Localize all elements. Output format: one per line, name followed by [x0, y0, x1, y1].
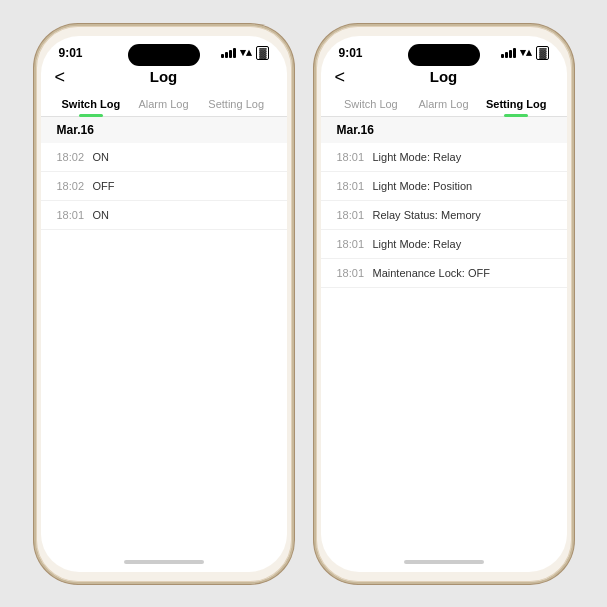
home-indicator-2	[321, 552, 567, 572]
log-entry-1-0: 18:02 ON	[41, 143, 287, 172]
dynamic-island-2	[408, 44, 480, 66]
signal-icon-2	[501, 48, 516, 58]
tab-alarm-1[interactable]: Alarm Log	[127, 92, 200, 116]
battery-icon-1: ▓	[256, 46, 268, 60]
wifi-icon-1: ▾▴	[240, 46, 252, 59]
tabs-2: Switch Log Alarm Log Setting Log	[321, 92, 567, 117]
log-time-1-1: 18:02	[57, 180, 93, 192]
log-text-2-4: Maintenance Lock: OFF	[373, 267, 490, 279]
log-entry-2-0: 18:01 Light Mode: Relay	[321, 143, 567, 172]
phone-screen-1: 9:01 ▾▴ ▓ < Log Switch Log	[41, 36, 287, 572]
phone-device-1: 9:01 ▾▴ ▓ < Log Switch Log	[34, 24, 294, 584]
back-button-2[interactable]: <	[335, 68, 346, 86]
date-header-2: Mar.16	[321, 117, 567, 143]
tab-setting-1[interactable]: Setting Log	[200, 92, 273, 116]
log-time-2-1: 18:01	[337, 180, 373, 192]
phone-device-2: 9:01 ▾▴ ▓ < Log Switch Log	[314, 24, 574, 584]
tabs-1: Switch Log Alarm Log Setting Log	[41, 92, 287, 117]
nav-bar-1: < Log	[41, 64, 287, 92]
log-time-2-3: 18:01	[337, 238, 373, 250]
status-time-2: 9:01	[339, 46, 363, 60]
log-time-1-0: 18:02	[57, 151, 93, 163]
tab-alarm-2[interactable]: Alarm Log	[407, 92, 480, 116]
tab-switch-2[interactable]: Switch Log	[335, 92, 408, 116]
date-header-1: Mar.16	[41, 117, 287, 143]
log-text-2-0: Light Mode: Relay	[373, 151, 462, 163]
log-content-2: Mar.16 18:01 Light Mode: Relay 18:01 Lig…	[321, 117, 567, 552]
wifi-icon-2: ▾▴	[520, 46, 532, 59]
status-bar-2: 9:01 ▾▴ ▓	[321, 36, 567, 64]
home-indicator-1	[41, 552, 287, 572]
nav-title-1: Log	[150, 68, 178, 85]
log-entry-1-1: 18:02 OFF	[41, 172, 287, 201]
log-time-2-4: 18:01	[337, 267, 373, 279]
log-text-1-2: ON	[93, 209, 110, 221]
log-entry-2-1: 18:01 Light Mode: Position	[321, 172, 567, 201]
nav-title-2: Log	[430, 68, 458, 85]
battery-icon-2: ▓	[536, 46, 548, 60]
log-text-2-1: Light Mode: Position	[373, 180, 473, 192]
signal-icon-1	[221, 48, 236, 58]
tab-setting-2[interactable]: Setting Log	[480, 92, 553, 116]
home-bar-1	[124, 560, 204, 564]
log-text-2-2: Relay Status: Memory	[373, 209, 481, 221]
log-entry-2-4: 18:01 Maintenance Lock: OFF	[321, 259, 567, 288]
log-entry-2-3: 18:01 Light Mode: Relay	[321, 230, 567, 259]
log-text-1-1: OFF	[93, 180, 115, 192]
log-time-1-2: 18:01	[57, 209, 93, 221]
log-time-2-2: 18:01	[337, 209, 373, 221]
dynamic-island-1	[128, 44, 200, 66]
log-text-2-3: Light Mode: Relay	[373, 238, 462, 250]
log-text-1-0: ON	[93, 151, 110, 163]
log-content-1: Mar.16 18:02 ON 18:02 OFF 18:01 ON	[41, 117, 287, 552]
status-bar-1: 9:01 ▾▴ ▓	[41, 36, 287, 64]
status-time-1: 9:01	[59, 46, 83, 60]
tab-switch-1[interactable]: Switch Log	[55, 92, 128, 116]
phone-screen-2: 9:01 ▾▴ ▓ < Log Switch Log	[321, 36, 567, 572]
nav-bar-2: < Log	[321, 64, 567, 92]
home-bar-2	[404, 560, 484, 564]
log-entry-2-2: 18:01 Relay Status: Memory	[321, 201, 567, 230]
status-icons-1: ▾▴ ▓	[221, 46, 268, 60]
back-button-1[interactable]: <	[55, 68, 66, 86]
log-time-2-0: 18:01	[337, 151, 373, 163]
log-entry-1-2: 18:01 ON	[41, 201, 287, 230]
status-icons-2: ▾▴ ▓	[501, 46, 548, 60]
